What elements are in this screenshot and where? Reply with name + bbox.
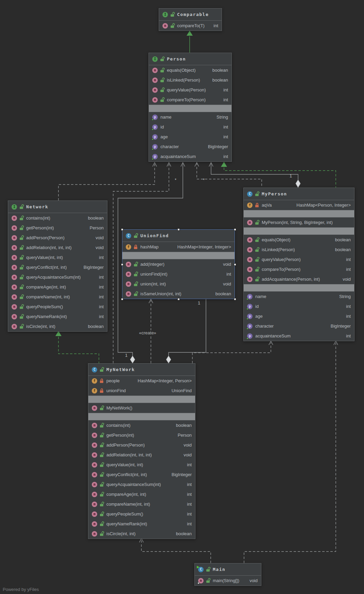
- member-row[interactable]: fhashMapHashMap<Integer, Integer>: [122, 242, 235, 252]
- member-row[interactable]: madd(Integer)void: [122, 259, 235, 269]
- edge-mynetwork-agg-unionfind[interactable]: [169, 298, 206, 356]
- member-row[interactable]: pnameString: [149, 112, 231, 122]
- member-row[interactable]: mqueryPeopleSum()int: [8, 302, 107, 312]
- class-header[interactable]: CMain: [195, 563, 261, 576]
- edge-main-dep-mynetwork[interactable]: [141, 539, 211, 563]
- member-row[interactable]: faqVaHashMap<Person, Integer>: [244, 200, 354, 210]
- member-row[interactable]: mqueryValue(Person)int: [149, 85, 231, 95]
- lock-open-icon: [160, 98, 164, 102]
- member-row[interactable]: mcompareTo(Person)int: [244, 264, 354, 274]
- class-node-unionfind[interactable]: CUnionFindfhashMapHashMap<Integer, Integ…: [122, 229, 235, 299]
- class-node-myperson[interactable]: CMyPersonfaqVaHashMap<Person, Integer>mM…: [243, 188, 354, 341]
- selection-handle[interactable]: [177, 298, 180, 300]
- lock-open-icon: [160, 57, 164, 61]
- member-row[interactable]: pcharacterBigInteger: [244, 321, 354, 331]
- member-row[interactable]: maddAcquaintance(Person, int)void: [244, 274, 354, 284]
- member-row[interactable]: pidint: [149, 122, 231, 132]
- selection-handle[interactable]: [121, 228, 123, 231]
- class-node-person[interactable]: IPersonmequals(Object)booleanmisLinked(P…: [149, 53, 232, 162]
- class-header[interactable]: CMyNetWork: [88, 364, 195, 376]
- member-row[interactable]: mqueryAcquaintanceSum(int)int: [88, 479, 195, 489]
- member-row[interactable]: mqueryValue(Person)int: [244, 255, 354, 264]
- member-row[interactable]: mcompareTo(Person)int: [149, 95, 231, 105]
- member-label: unionFind(int): [140, 272, 168, 277]
- method-icon: m: [152, 68, 158, 73]
- member-label: hashMap: [140, 244, 158, 249]
- member-type: Person: [87, 225, 104, 230]
- member-row[interactable]: mcompareAge(int, int)int: [88, 489, 195, 499]
- lock-open-icon: [255, 238, 259, 242]
- member-row[interactable]: mqueryNameRank(int)int: [8, 312, 107, 321]
- member-row[interactable]: pageint: [244, 311, 354, 321]
- selection-handle[interactable]: [177, 228, 180, 231]
- edge-myperson-dep-person[interactable]: [197, 163, 262, 188]
- member-row[interactable]: pacquaintanceSumint: [149, 152, 231, 161]
- class-header[interactable]: CUnionFind: [122, 230, 235, 242]
- member-row[interactable]: mequals(Object)boolean: [244, 235, 354, 245]
- member-row[interactable]: misCircle(int, int)boolean: [8, 321, 107, 331]
- member-row[interactable]: mcontains(int)boolean: [88, 420, 195, 430]
- member-row[interactable]: mqueryNameRank(int)int: [88, 519, 195, 529]
- selection-handle[interactable]: [234, 263, 236, 266]
- class-node-mynetwork[interactable]: CMyNetWorkfpeopleHashMap<Integer, Person…: [88, 363, 195, 539]
- member-row[interactable]: mcompareAge(int, int)int: [8, 282, 107, 292]
- member-row[interactable]: maddPerson(Person)void: [8, 233, 107, 243]
- member-row[interactable]: mqueryConflict(int, int)BigInteger: [8, 262, 107, 272]
- member-row[interactable]: pageint: [149, 132, 231, 142]
- member-row[interactable]: pacquaintanceSumint: [244, 331, 354, 341]
- member-row[interactable]: mmain(String[])void: [195, 576, 261, 586]
- member-row[interactable]: pnameString: [244, 292, 354, 301]
- property-icon: p: [247, 294, 253, 299]
- member-row[interactable]: misSameUnion(int, int)boolean: [122, 289, 235, 299]
- diagram-canvas[interactable]: Powered by yFiles IComparablemcompareTo(…: [0, 0, 364, 594]
- method-icon: m: [126, 272, 131, 277]
- selection-handle[interactable]: [234, 228, 236, 231]
- member-row[interactable]: misCircle(int, int)boolean: [88, 529, 195, 539]
- class-node-network[interactable]: INetworkmcontains(int)booleanmgetPerson(…: [8, 200, 107, 332]
- member-row[interactable]: mcompareName(int, int)int: [8, 292, 107, 302]
- member-row[interactable]: mcompareTo(T)int: [159, 21, 222, 31]
- member-row[interactable]: funionFindUnionFind: [88, 386, 195, 396]
- member-row[interactable]: munionFind(int)int: [122, 269, 235, 279]
- selection-handle[interactable]: [234, 298, 236, 300]
- entrypoint-dot-icon: [197, 582, 200, 584]
- member-row[interactable]: mcompareName(int, int)int: [88, 499, 195, 509]
- member-row[interactable]: mqueryAcquaintanceSum(int)int: [8, 272, 107, 282]
- class-node-main[interactable]: CMainmmain(String[])void: [194, 563, 261, 586]
- member-row[interactable]: maddPerson(Person)void: [88, 440, 195, 450]
- edge-network-dep-person[interactable]: [58, 163, 155, 200]
- member-row[interactable]: mcontains(int)boolean: [8, 213, 107, 223]
- class-header[interactable]: CMyPerson: [244, 188, 354, 200]
- member-row[interactable]: mequals(Object)boolean: [149, 65, 231, 75]
- class-header[interactable]: IPerson: [149, 53, 231, 65]
- member-row[interactable]: pidint: [244, 301, 354, 311]
- member-row[interactable]: maddRelation(int, int, int)void: [88, 450, 195, 460]
- member-row[interactable]: mMyPerson(int, String, BigInteger, int): [244, 217, 354, 227]
- class-header[interactable]: INetwork: [8, 201, 107, 213]
- member-row[interactable]: pcharacterBigInteger: [149, 142, 231, 152]
- selection-handle[interactable]: [121, 263, 123, 266]
- class-node-comparable[interactable]: IComparablemcompareTo(T)int: [159, 8, 222, 31]
- member-row[interactable]: mqueryConflict(int, int)BigInteger: [88, 470, 195, 479]
- class-title: Person: [167, 56, 186, 62]
- member-row[interactable]: mqueryPeopleSum()int: [88, 509, 195, 519]
- property-icon: p: [152, 134, 158, 140]
- member-row[interactable]: mqueryValue(int, int)int: [88, 460, 195, 470]
- member-row[interactable]: mMyNetWork(): [88, 403, 195, 413]
- edge-mynetwork-impl-network[interactable]: [58, 337, 99, 363]
- member-row[interactable]: munion(int, int)void: [122, 279, 235, 289]
- member-row[interactable]: misLinked(Person)boolean: [149, 75, 231, 85]
- member-row[interactable]: fpeopleHashMap<Integer, Person>: [88, 376, 195, 386]
- edge-main-dep-myperson[interactable]: [244, 341, 336, 563]
- member-row[interactable]: mgetPerson(int)Person: [88, 430, 195, 440]
- method-icon: m: [92, 511, 97, 517]
- method-icon: m: [92, 482, 97, 487]
- class-header[interactable]: IComparable: [159, 8, 222, 21]
- selection-handle[interactable]: [121, 298, 123, 300]
- member-row[interactable]: mgetPerson(int)Person: [8, 223, 107, 233]
- member-row[interactable]: mqueryValue(int, int)int: [8, 252, 107, 262]
- edge-myperson-impl-person[interactable]: [224, 168, 336, 188]
- member-row[interactable]: misLinked(Person)boolean: [244, 245, 354, 255]
- lock-open-icon: [255, 257, 259, 262]
- member-row[interactable]: maddRelation(int, int, int)void: [8, 243, 107, 252]
